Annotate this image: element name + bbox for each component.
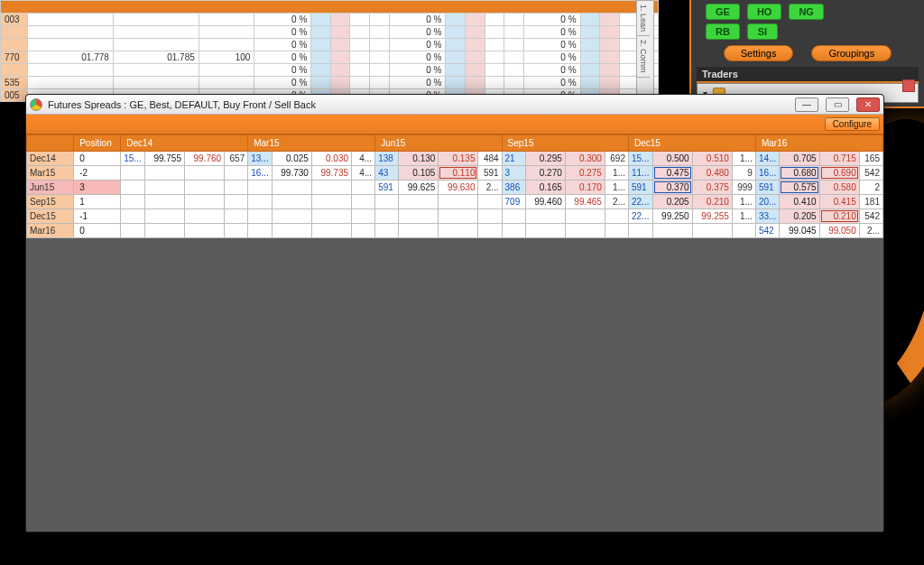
groupings-button[interactable]: Groupings — [811, 45, 892, 61]
bid-price[interactable]: 0.475 — [652, 166, 692, 181]
ask-price[interactable]: 0.510 — [692, 152, 732, 166]
position-cell[interactable]: 1 — [74, 195, 121, 209]
ask-price[interactable]: 0.715 — [819, 152, 859, 166]
ask-qty[interactable]: 484 — [478, 152, 502, 166]
ask-price[interactable]: 0.170 — [565, 181, 605, 195]
column-header-mar16[interactable]: Mar16 — [755, 135, 882, 152]
ask-price[interactable]: 0.275 — [565, 166, 605, 181]
ask-qty[interactable]: 9 — [732, 166, 755, 181]
ask-price[interactable]: 0.135 — [439, 152, 478, 166]
bid-price[interactable]: 0.205 — [780, 209, 819, 224]
column-header-mar15[interactable]: Mar15 — [248, 135, 375, 152]
titlebar[interactable]: Futures Spreads : GE, Best, DEFAULT, Buy… — [26, 95, 883, 115]
bid-qty[interactable]: 22... — [629, 209, 653, 224]
chip-si[interactable]: SI — [747, 23, 778, 40]
ask-qty[interactable]: 181 — [859, 195, 882, 209]
bid-qty[interactable]: 43 — [375, 166, 399, 181]
ask-price[interactable]: 0.110 — [439, 166, 478, 181]
chip-ng[interactable]: NG — [789, 4, 824, 20]
ask-qty[interactable]: 1... — [605, 166, 628, 181]
bid-price[interactable]: 0.130 — [399, 152, 439, 166]
bid-qty[interactable]: 16... — [755, 166, 780, 181]
configure-button[interactable]: Configure — [825, 117, 880, 131]
ask-qty[interactable]: 1... — [732, 152, 755, 166]
position-cell[interactable]: 0 — [74, 224, 121, 238]
ask-price[interactable]: 99.630 — [439, 181, 478, 195]
ask-qty[interactable]: 2... — [605, 195, 628, 209]
bid-price[interactable]: 99.755 — [144, 152, 184, 166]
ask-qty[interactable]: 4... — [352, 152, 375, 166]
bid-price[interactable]: 0.165 — [525, 181, 565, 195]
ask-qty[interactable]: 591 — [478, 166, 502, 181]
ask-price[interactable]: 99.760 — [185, 152, 225, 166]
ask-qty[interactable]: 1... — [732, 209, 755, 224]
ask-qty[interactable]: 165 — [859, 152, 882, 166]
spread-grid[interactable]: PositionDec14Mar15Jun15Sep15Dec15Mar16De… — [26, 134, 883, 532]
bid-qty[interactable]: 138 — [375, 152, 399, 166]
ask-price[interactable]: 99.255 — [692, 209, 732, 224]
ask-price[interactable]: 0.030 — [311, 152, 351, 166]
bid-qty[interactable]: 33... — [755, 209, 780, 224]
bid-price[interactable]: 0.575 — [780, 181, 819, 195]
bid-qty[interactable]: 14... — [755, 152, 780, 166]
bid-price[interactable]: 0.025 — [272, 152, 311, 166]
ask-qty[interactable]: 4... — [352, 166, 375, 181]
position-cell[interactable]: -2 — [74, 166, 121, 181]
bid-qty[interactable]: 591 — [629, 181, 653, 195]
bid-price[interactable]: 99.045 — [780, 224, 819, 238]
column-header-jun15[interactable]: Jun15 — [375, 135, 502, 152]
bid-qty[interactable]: 22... — [629, 195, 653, 209]
bid-qty[interactable]: 15... — [629, 152, 653, 166]
position-cell[interactable]: 0 — [74, 152, 121, 166]
bid-qty[interactable]: 20... — [755, 195, 780, 209]
bid-price[interactable]: 99.625 — [399, 181, 439, 195]
row-header-sep15[interactable]: Sep15 — [27, 195, 74, 209]
bid-price[interactable]: 0.205 — [652, 195, 692, 209]
bid-qty[interactable]: 591 — [755, 181, 780, 195]
ask-price[interactable]: 0.210 — [819, 209, 859, 224]
bid-qty[interactable]: 13... — [248, 152, 273, 166]
bid-price[interactable]: 0.680 — [780, 166, 819, 181]
bid-price[interactable]: 0.705 — [780, 152, 819, 166]
bid-qty[interactable]: 3 — [502, 166, 525, 181]
row-header-dec14[interactable]: Dec14 — [27, 152, 74, 166]
column-header-sep15[interactable]: Sep15 — [502, 135, 628, 152]
column-header-dec14[interactable]: Dec14 — [121, 135, 248, 152]
bid-qty[interactable]: 542 — [755, 224, 780, 238]
bid-qty[interactable]: 21 — [502, 152, 525, 166]
vtab-1[interactable]: 1. Lean — [637, 1, 650, 36]
bid-qty[interactable]: 709 — [502, 195, 525, 209]
bid-price[interactable]: 0.370 — [652, 181, 692, 195]
bid-price[interactable]: 99.460 — [525, 195, 565, 209]
ask-price[interactable]: 0.690 — [819, 166, 859, 181]
settings-button[interactable]: Settings — [724, 45, 794, 61]
bid-qty[interactable]: 11... — [629, 166, 653, 181]
bid-qty[interactable]: 15... — [121, 152, 145, 166]
ask-price[interactable]: 0.210 — [692, 195, 732, 209]
ask-qty[interactable]: 657 — [225, 152, 248, 166]
row-header-dec15[interactable]: Dec15 — [27, 209, 74, 224]
row-header-jun15[interactable]: Jun15 — [27, 181, 74, 195]
ask-price[interactable]: 99.050 — [819, 224, 859, 238]
ask-qty[interactable]: 2... — [859, 224, 882, 238]
row-header-mar15[interactable]: Mar15 — [27, 166, 74, 181]
close-button[interactable]: ✕ — [856, 97, 880, 112]
ask-qty[interactable]: 2 — [859, 181, 882, 195]
vtab-2[interactable]: 2. Comm — [637, 36, 650, 78]
bid-price[interactable]: 0.105 — [399, 166, 439, 181]
ask-qty[interactable]: 542 — [859, 166, 882, 181]
ask-qty[interactable]: 1... — [732, 195, 755, 209]
ask-price[interactable]: 0.375 — [692, 181, 732, 195]
bid-price[interactable]: 0.295 — [525, 152, 565, 166]
maximize-button[interactable]: ▭ — [826, 97, 849, 112]
ask-price[interactable]: 0.480 — [692, 166, 732, 181]
ask-qty[interactable]: 999 — [732, 181, 755, 195]
minimize-button[interactable]: — — [795, 97, 818, 112]
chip-ho[interactable]: HO — [747, 4, 782, 20]
bid-qty[interactable]: 591 — [375, 181, 399, 195]
ask-qty[interactable]: 1... — [605, 181, 628, 195]
chip-ge[interactable]: GE — [706, 4, 740, 20]
scroll-up-button[interactable] — [902, 79, 915, 92]
bid-price[interactable]: 99.250 — [652, 209, 692, 224]
ask-qty[interactable]: 2... — [478, 181, 502, 195]
